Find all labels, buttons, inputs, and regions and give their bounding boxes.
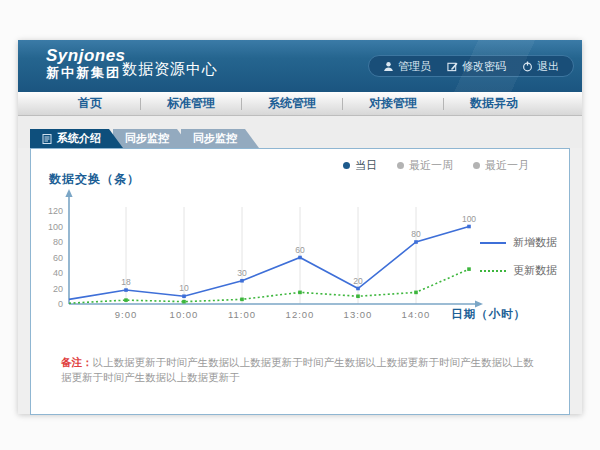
data-point: [182, 300, 186, 304]
tab-label: 系统介绍: [57, 129, 101, 148]
blue-line-icon: [480, 242, 506, 244]
data-point-label: 10: [179, 283, 189, 293]
data-point-label: 30: [237, 268, 247, 278]
radio-label: 最近一周: [409, 158, 453, 173]
tab-system-intro[interactable]: 系统介绍: [30, 129, 123, 148]
y-tick-label: 40: [53, 268, 63, 278]
tab-label: 同步监控: [193, 129, 237, 148]
y-tick-label: 120: [48, 206, 63, 216]
radio-dot-icon: [473, 162, 480, 169]
data-point: [356, 287, 360, 291]
y-tick-label: 60: [53, 253, 63, 263]
radio-dot-icon: [343, 162, 350, 169]
data-point: [414, 291, 418, 295]
data-point: [414, 240, 418, 244]
legend-item-new-data[interactable]: 新增数据: [480, 235, 557, 250]
logo-text-en: Synjones: [46, 46, 126, 66]
data-point: [124, 288, 128, 292]
legend-label: 更新数据: [513, 263, 557, 278]
main-nav: 首页 标准管理 系统管理 对接管理 数据异动: [18, 92, 582, 116]
logo-text-cn: 新中新集团: [46, 66, 126, 81]
company-logo: Synjones 新中新集团: [46, 46, 126, 80]
power-icon: [522, 61, 533, 72]
edit-icon: [447, 61, 458, 72]
change-password-button[interactable]: 修改密码: [447, 59, 506, 74]
x-tick-label: 10:00: [170, 309, 199, 320]
chart-legend: 新增数据 更新数据: [480, 235, 557, 278]
data-point: [298, 256, 302, 260]
chart-panel: 当日 最近一周 最近一月 数据交换（条） 0204060801001209:00…: [30, 148, 570, 415]
change-password-label: 修改密码: [462, 59, 506, 74]
radio-label: 最近一月: [485, 158, 529, 173]
data-point-label: 18: [121, 277, 131, 287]
data-point-label: 20: [353, 276, 363, 286]
data-point: [356, 294, 360, 298]
nav-item-home[interactable]: 首页: [40, 95, 140, 112]
y-axis-arrow-icon: [65, 189, 72, 197]
data-point: [124, 298, 128, 302]
time-range-selector: 当日 最近一周 最近一月: [343, 158, 529, 173]
data-point: [182, 294, 186, 298]
data-point: [298, 291, 302, 295]
header: Synjones 新中新集团 数据资源中心 管理员 修改密码 退出: [18, 40, 582, 92]
x-tick-label: 9:00: [115, 309, 138, 320]
data-point-label: 80: [411, 229, 421, 239]
y-tick-label: 80: [53, 237, 63, 247]
page-title: 数据资源中心: [122, 60, 218, 79]
series-line-0: [69, 227, 469, 300]
content-spacer: [18, 116, 582, 129]
footnote-text: 以上数据更新于时间产生数据以上数据更新于时间产生数据以上数据更新于时间产生数据以…: [61, 356, 534, 383]
y-tick-label: 100: [48, 222, 63, 232]
logout-button[interactable]: 退出: [522, 59, 559, 74]
data-point-label: 100: [462, 214, 476, 224]
nav-item-data-change[interactable]: 数据异动: [444, 95, 544, 112]
legend-label: 新增数据: [513, 235, 557, 250]
radio-today[interactable]: 当日: [343, 158, 377, 173]
green-dotted-line-icon: [480, 270, 506, 272]
nav-item-system[interactable]: 系统管理: [242, 95, 342, 112]
radio-label: 当日: [355, 158, 377, 173]
tab-sync-monitor-2[interactable]: 同步监控: [181, 129, 259, 148]
x-axis-title: 日期（小时）: [451, 307, 526, 322]
tab-label: 同步监控: [125, 129, 169, 148]
radio-dot-icon: [397, 162, 404, 169]
logout-label: 退出: [537, 59, 559, 74]
data-point-label: 60: [295, 245, 305, 255]
radio-last-week[interactable]: 最近一周: [397, 158, 453, 173]
legend-item-updated-data[interactable]: 更新数据: [480, 263, 557, 278]
x-tick-label: 11:00: [228, 309, 256, 320]
nav-item-integration[interactable]: 对接管理: [343, 95, 443, 112]
user-name-label: 管理员: [398, 59, 431, 74]
data-point: [467, 225, 471, 229]
user-toolbar: 管理员 修改密码 退出: [368, 55, 574, 77]
x-tick-label: 14:00: [402, 309, 431, 320]
data-point: [240, 279, 244, 283]
x-tick-label: 13:00: [344, 309, 373, 320]
radio-last-month[interactable]: 最近一月: [473, 158, 529, 173]
tab-sync-monitor-1[interactable]: 同步监控: [113, 129, 191, 148]
tab-bar: 系统介绍 同步监控 同步监控: [18, 129, 582, 148]
app-window: Synjones 新中新集团 数据资源中心 管理员 修改密码 退出: [18, 40, 582, 414]
current-user-button[interactable]: 管理员: [383, 59, 431, 74]
data-point: [240, 298, 244, 302]
user-icon: [383, 61, 394, 72]
data-point: [467, 267, 471, 271]
y-tick-label: 20: [53, 284, 63, 294]
document-icon: [42, 134, 52, 144]
footnote: 备注：以上数据更新于时间产生数据以上数据更新于时间产生数据以上数据更新于时间产生…: [61, 355, 541, 384]
nav-item-standards[interactable]: 标准管理: [141, 95, 241, 112]
footnote-prefix: 备注：: [61, 356, 93, 368]
y-tick-label: 0: [58, 299, 63, 309]
x-tick-label: 12:00: [286, 309, 315, 320]
